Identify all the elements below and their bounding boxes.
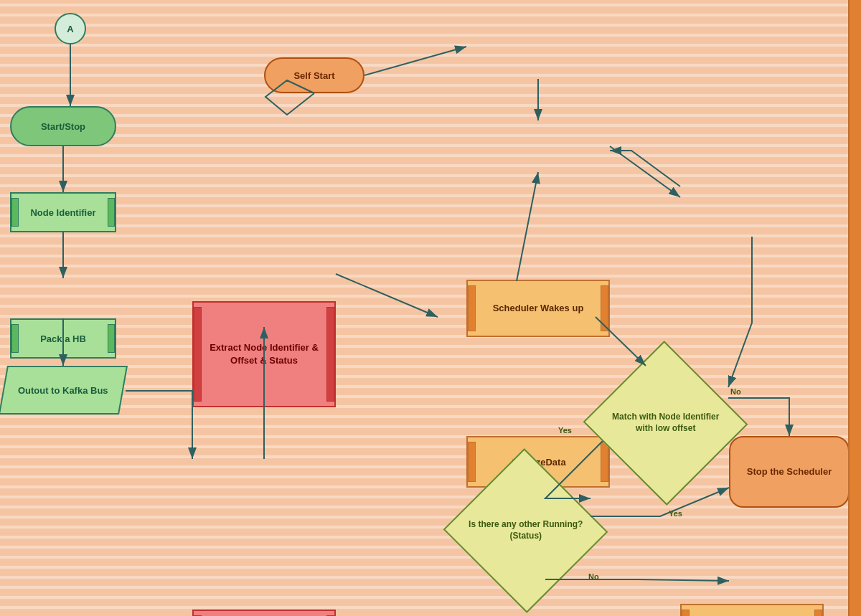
- start-stop-node: Start/Stop: [10, 106, 116, 146]
- node-identifier-label: Node Identifier: [20, 207, 105, 218]
- is-running-label: Is there any other Running? (Status): [468, 519, 583, 541]
- output-kafka-label: Outout to Kafka Bus: [18, 385, 108, 396]
- arrow-isrunning-resume: [545, 579, 729, 581]
- label-yes-running: Yes: [669, 509, 682, 518]
- extract-node-label: Extract Node Identifier & Offset & Statu…: [194, 341, 334, 367]
- arrow-selfstart-scheduler: [364, 47, 466, 75]
- label-no-running: No: [588, 572, 599, 581]
- self-start-node: Self Start: [264, 57, 364, 93]
- stop-scheduler-label: Stop the Scheduler: [747, 465, 832, 478]
- right-border-bar: [848, 0, 861, 616]
- output-kafka-node: Outout to Kafka Bus: [0, 366, 128, 414]
- node-identifier-node: Node Identifier: [10, 192, 116, 232]
- circle-a-label: A: [67, 24, 73, 34]
- arrow-push-analyze: [517, 172, 538, 281]
- arrow-verify-match: [728, 237, 752, 387]
- extract-node-node: Extract Node Identifier & Offset & Statu…: [192, 301, 336, 407]
- stop-scheduler-node: Stop the Scheduler: [729, 436, 850, 508]
- circle-a: A: [55, 13, 86, 44]
- recieves-hb-node: Recieves a HB: [192, 610, 336, 616]
- label-no-match: No: [730, 387, 741, 396]
- label-yes-match: Yes: [558, 426, 572, 435]
- arrow-extract-push: [336, 274, 438, 317]
- match-node-label: Match with Node Identifier with low offs…: [608, 412, 723, 434]
- pack-hb-node: Pack a HB: [10, 318, 116, 359]
- arrow-analyze-verify: [610, 146, 680, 197]
- scheduler-wakes-node: Scheduler Wakes up: [466, 280, 610, 337]
- self-start-label: Self Start: [293, 70, 334, 81]
- verify-node-node: Verify Node Identifier and Offset: [680, 604, 824, 616]
- arrow-kafka-recieveshb: [126, 391, 192, 459]
- pack-hb-label: Pack a HB: [30, 333, 96, 344]
- arrows-svg: [0, 0, 861, 616]
- flowchart-diagram: A Start/Stop Node Identifier Pack a HB O…: [0, 0, 861, 616]
- start-stop-label: Start/Stop: [41, 121, 85, 132]
- arrow-verify-analyze: [610, 151, 680, 186]
- scheduler-wakes-label: Scheduler Wakes up: [481, 302, 596, 315]
